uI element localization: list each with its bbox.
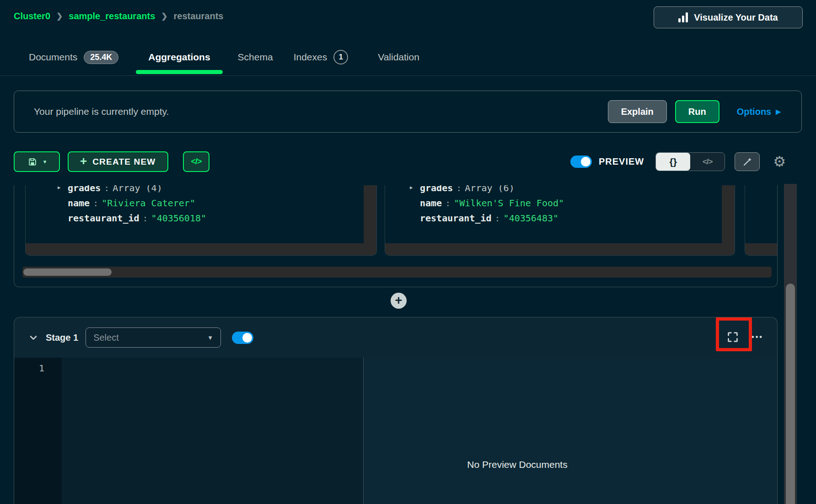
field-value: Array (6)	[465, 185, 514, 193]
expand-array-icon[interactable]: ▸	[58, 185, 61, 191]
document-card: ▸ grades:Array (4) name:"Riviera Caterer…	[25, 185, 377, 256]
card-vertical-scrollbar[interactable]	[364, 185, 376, 243]
output-view-segmented-control: {} </>	[655, 152, 725, 171]
collection-tab-bar: Documents 25.4K Aggregations Schema Inde…	[29, 39, 419, 75]
field-value: Array (4)	[113, 185, 162, 193]
card-footer	[26, 243, 376, 255]
documents-count-badge: 25.4K	[84, 51, 118, 64]
create-new-button[interactable]: + CREATE NEW	[68, 151, 168, 172]
options-arrow-icon: ▶	[776, 108, 781, 115]
bar-chart-icon	[678, 12, 688, 22]
horizontal-scrollbar-thumb[interactable]	[23, 268, 112, 276]
stage-enabled-toggle[interactable]	[232, 332, 253, 344]
run-button[interactable]: Run	[675, 100, 719, 123]
documents-preview-panel: ▸ grades:Array (4) name:"Riviera Caterer…	[14, 185, 778, 287]
save-pipeline-button[interactable]: ▾	[14, 151, 60, 172]
preview-toggle[interactable]	[570, 155, 592, 168]
expand-array-icon[interactable]: ▸	[410, 185, 413, 191]
tab-aggregations-label: Aggregations	[148, 52, 210, 63]
chevron-right-icon: ❯	[161, 11, 167, 21]
text-view-segment[interactable]: </>	[690, 153, 725, 171]
field-value: "40356018"	[151, 213, 206, 224]
toggle-knob	[581, 157, 591, 166]
field-key: grades	[68, 185, 101, 193]
visualize-data-button[interactable]: Visualize Your Data	[654, 6, 803, 28]
field-separator: :	[104, 185, 109, 193]
workspace-scrollbar	[784, 184, 797, 504]
tab-indexes-label: Indexes	[294, 52, 327, 63]
field-row: restaurant_id:"40356018"	[68, 213, 206, 224]
field-row: grades:Array (6)	[420, 185, 515, 193]
stage-body: 1 No Preview Documents	[14, 358, 777, 504]
settings-gear-icon[interactable]: ⚙	[773, 155, 786, 169]
magic-wand-icon	[742, 156, 753, 167]
ai-wand-button[interactable]	[735, 152, 760, 171]
chevron-down-icon[interactable]	[28, 332, 39, 343]
preview-label: PREVIEW	[599, 156, 644, 167]
field-key: name	[420, 198, 442, 209]
field-separator: :	[143, 213, 148, 224]
tab-schema[interactable]: Schema	[238, 39, 273, 75]
floppy-save-icon	[27, 157, 38, 167]
tab-validation[interactable]: Validation	[378, 39, 419, 75]
code-view-icon: </>	[703, 157, 713, 166]
field-value: "40356483"	[504, 213, 558, 224]
stage-operator-select[interactable]: Select ▼	[86, 327, 221, 348]
stage-menu-button[interactable]: •••	[747, 327, 768, 348]
code-icon: </>	[191, 157, 201, 166]
active-tab-indicator	[136, 70, 222, 74]
vertical-scrollbar-thumb[interactable]	[786, 284, 795, 504]
stage-fullscreen-button[interactable]	[722, 327, 743, 348]
no-preview-message: No Preview Documents	[467, 459, 567, 470]
create-new-label: CREATE NEW	[92, 157, 156, 167]
pipeline-actions: Explain Run Options ▶	[608, 100, 781, 123]
tab-documents[interactable]: Documents 25.4K	[29, 39, 118, 75]
stage-card: Stage 1 Select ▼ ••• 1 No Preview D	[14, 317, 778, 504]
stage-header: Stage 1 Select ▼ •••	[14, 317, 777, 358]
tab-validation-label: Validation	[378, 52, 419, 63]
add-stage-button[interactable]: +	[391, 293, 407, 309]
field-key: restaurant_id	[68, 213, 140, 224]
pipeline-banner: Your pipeline is currently empty. Explai…	[14, 91, 802, 133]
stage-editor-input[interactable]	[62, 358, 363, 504]
explain-button[interactable]: Explain	[608, 100, 667, 123]
pipeline-empty-message: Your pipeline is currently empty.	[34, 106, 169, 117]
field-separator: :	[93, 198, 98, 209]
ellipsis-icon: •••	[752, 333, 763, 341]
output-toolbar: PREVIEW {} </> ⚙	[570, 151, 786, 172]
pipeline-as-text-button[interactable]: </>	[183, 151, 209, 172]
tab-indexes[interactable]: Indexes 1	[294, 39, 349, 75]
field-key: grades	[420, 185, 453, 193]
field-key: restaurant_id	[420, 213, 492, 224]
aggregations-page: Cluster0 ❯ sample_restaurants ❯ restaura…	[0, 0, 816, 504]
card-vertical-scrollbar[interactable]	[722, 185, 735, 243]
field-value: "Riviera Caterer"	[102, 198, 195, 209]
card-footer	[385, 243, 735, 255]
breadcrumb-cluster-link[interactable]: Cluster0	[14, 11, 50, 21]
options-label: Options	[737, 107, 772, 117]
options-button[interactable]: Options ▶	[737, 107, 781, 117]
tab-documents-label: Documents	[29, 52, 77, 63]
stage-label: Stage 1	[46, 332, 78, 343]
plus-icon: +	[80, 155, 87, 167]
field-row: grades:Array (4)	[68, 185, 162, 193]
field-separator: :	[445, 198, 451, 209]
field-separator: :	[456, 185, 462, 193]
select-caret-icon: ▼	[207, 334, 213, 341]
breadcrumb-database-link[interactable]: sample_restaurants	[69, 11, 155, 21]
chevron-right-icon: ❯	[56, 11, 63, 21]
visualize-data-label: Visualize Your Data	[694, 12, 778, 23]
field-row: name:"Wilken'S Fine Food"	[420, 198, 564, 209]
document-view-segment[interactable]: {}	[656, 153, 690, 171]
field-separator: :	[495, 213, 500, 224]
line-number: 1	[39, 363, 44, 374]
panel-horizontal-scrollbar	[22, 267, 772, 278]
tab-schema-label: Schema	[238, 52, 273, 63]
save-caret-icon: ▾	[43, 158, 47, 165]
breadcrumb: Cluster0 ❯ sample_restaurants ❯ restaura…	[14, 11, 223, 21]
document-card	[745, 185, 778, 256]
document-card: ▸ grades:Array (6) name:"Wilken'S Fine F…	[385, 185, 735, 256]
tabs-divider	[0, 75, 816, 76]
field-key: name	[68, 198, 90, 209]
tab-aggregations[interactable]: Aggregations	[148, 39, 210, 75]
